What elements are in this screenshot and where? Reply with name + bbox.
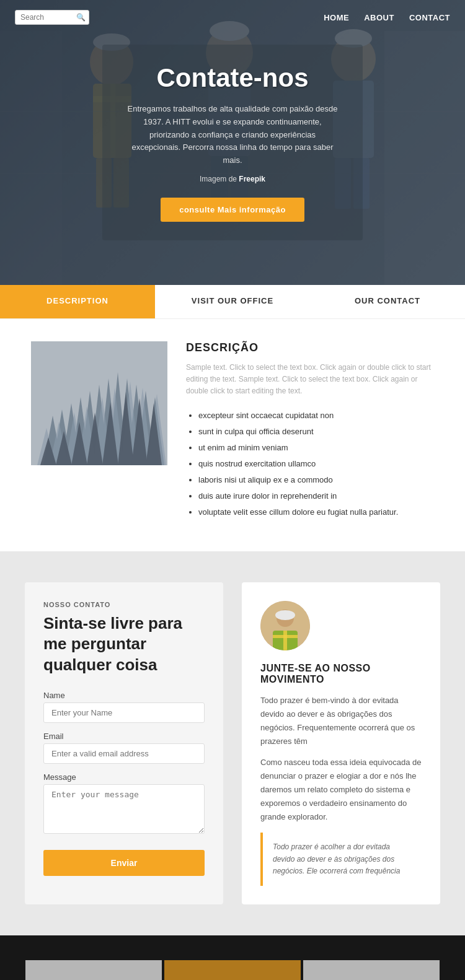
name-label: Name bbox=[43, 691, 205, 700]
navbar: 🔍 HOME ABOUT CONTACT bbox=[0, 0, 465, 35]
nav-contact[interactable]: CONTACT bbox=[409, 13, 450, 22]
contact-person-image bbox=[260, 601, 310, 650]
list-item: duis aute irure dolor in reprehenderit i… bbox=[198, 488, 434, 504]
list-item: quis nostrud exercitation ullamco bbox=[198, 456, 434, 472]
message-textarea[interactable] bbox=[43, 784, 205, 834]
email-input[interactable] bbox=[43, 743, 205, 764]
nav-about[interactable]: ABOUT bbox=[364, 13, 394, 22]
hero-title: Contate-nos bbox=[127, 63, 338, 93]
search-box[interactable]: 🔍 bbox=[15, 10, 89, 25]
architecture-pattern bbox=[31, 341, 167, 465]
blockquote-text: Todo prazer é acolher a dor evitada devi… bbox=[273, 841, 412, 877]
name-input[interactable] bbox=[43, 702, 205, 723]
description-heading: DESCRIÇÃO bbox=[186, 341, 434, 354]
contact-form-column: NOSSO CONTATO Sinta-se livre para me per… bbox=[25, 582, 223, 904]
list-item: laboris nisi ut aliquip ex e a commodo bbox=[198, 472, 434, 488]
submit-button[interactable]: Enviar bbox=[43, 850, 205, 876]
contact-section: NOSSO CONTATO Sinta-se livre para me per… bbox=[0, 551, 465, 935]
description-list: excepteur sint occaecat cupidatat non su… bbox=[186, 408, 434, 520]
contact-blockquote: Todo prazer é acolher a dor evitada devi… bbox=[260, 833, 422, 886]
form-section-label: NOSSO CONTATO bbox=[43, 601, 205, 608]
email-label: Email bbox=[43, 732, 205, 741]
hero-description: Entregamos trabalhos de alta qualidade c… bbox=[127, 103, 338, 167]
footer-bg-svg bbox=[0, 935, 465, 980]
contact-info-p2: Como nasceu toda essa ideia equivocada d… bbox=[260, 756, 422, 824]
svg-rect-57 bbox=[283, 631, 287, 650]
description-section: DESCRIÇÃO Sample text. Click to select t… bbox=[0, 319, 465, 551]
tabs-section: DESCRIPTION VISIT OUR OFFICE OUR CONTACT bbox=[0, 285, 465, 319]
hero-section: 🔍 HOME ABOUT CONTACT Contate-nos Entrega… bbox=[0, 0, 465, 285]
tabs-container: DESCRIPTION VISIT OUR OFFICE OUR CONTACT bbox=[0, 285, 465, 318]
list-item: excepteur sint occaecat cupidatat non bbox=[198, 408, 434, 424]
footer-section: ENDEREÇO 27 13 Lowe Haven TELEFONE +111 … bbox=[0, 935, 465, 980]
hero-content: Contate-nos Entregamos trabalhos de alta… bbox=[102, 45, 363, 240]
description-image bbox=[31, 341, 167, 465]
contact-info-p1: Todo prazer é bem-vindo à dor evitada de… bbox=[260, 694, 422, 748]
message-field-group: Message bbox=[43, 772, 205, 836]
hero-image-credit: Imagem de Freepik bbox=[127, 173, 338, 185]
hero-cta-button[interactable]: consulte Mais informação bbox=[161, 198, 304, 222]
tab-visit-office[interactable]: VISIT OUR OFFICE bbox=[155, 285, 310, 318]
contact-info-heading: JUNTE-SE AO NOSSO MOVIMENTO bbox=[260, 663, 422, 685]
tab-description[interactable]: DESCRIPTION bbox=[0, 285, 155, 318]
footer-bg-image bbox=[0, 935, 465, 980]
svg-point-54 bbox=[275, 610, 295, 620]
search-input[interactable] bbox=[20, 13, 76, 22]
list-item: voluptate velit esse cillum dolore eu fu… bbox=[198, 504, 434, 520]
search-icon: 🔍 bbox=[76, 13, 86, 22]
list-item: ut enim ad minim veniam bbox=[198, 440, 434, 456]
list-item: sunt in culpa qui officia deserunt bbox=[198, 424, 434, 440]
description-sample-text: Sample text. Click to select the text bo… bbox=[186, 362, 434, 398]
person-avatar bbox=[260, 601, 310, 650]
svg-rect-58 bbox=[0, 935, 465, 980]
message-label: Message bbox=[43, 772, 205, 782]
nav-home[interactable]: HOME bbox=[324, 13, 349, 22]
tab-our-contact[interactable]: OUR CONTACT bbox=[310, 285, 465, 318]
name-field-group: Name bbox=[43, 691, 205, 723]
nav-links: HOME ABOUT CONTACT bbox=[324, 13, 450, 22]
email-field-group: Email bbox=[43, 732, 205, 764]
contact-info-column: JUNTE-SE AO NOSSO MOVIMENTO Todo prazer … bbox=[242, 582, 440, 904]
description-content: DESCRIÇÃO Sample text. Click to select t… bbox=[186, 341, 434, 520]
form-heading: Sinta-se livre para me perguntar qualque… bbox=[43, 613, 205, 676]
